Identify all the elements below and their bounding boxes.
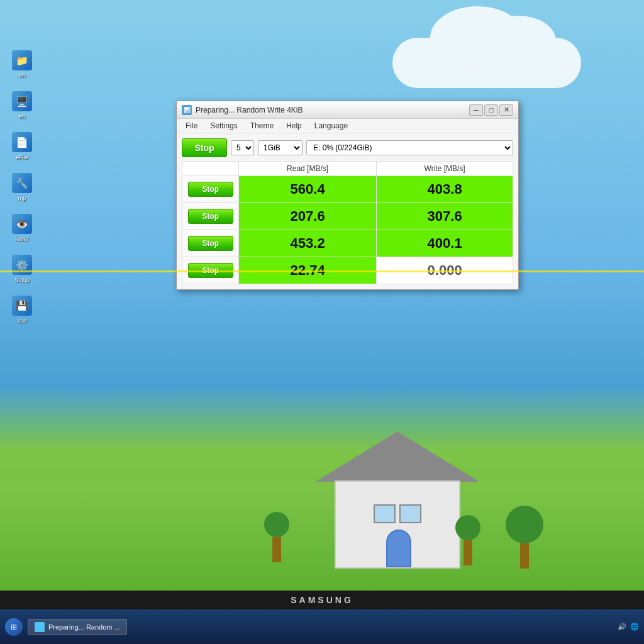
house-roof [316, 431, 479, 482]
desktop-icon-img-7: 💾 [12, 296, 32, 316]
menu-file[interactable]: File [180, 120, 203, 131]
start-icon: ⊞ [11, 623, 17, 631]
tree-top [264, 512, 289, 537]
stop-main-button[interactable]: Stop [182, 138, 227, 157]
taskbar: ⊞ Preparing... Random ... 🔊 🌐 [0, 609, 644, 644]
stop-cell-2: Stop [182, 203, 239, 230]
table-row: Stop 22.74 0.000 [182, 257, 513, 284]
taskbar-tray: 🔊 🌐 [618, 623, 639, 631]
write-value-1: 403.8 [377, 176, 513, 203]
menu-theme[interactable]: Theme [245, 120, 279, 131]
read-value-3: 453.2 [239, 230, 377, 257]
title-bar[interactable]: 📊 Preparing... Random Write 4KiB ─ □ ✕ [177, 101, 518, 119]
stop-button-4[interactable]: Stop [188, 263, 233, 278]
menu-language[interactable]: Language [309, 120, 353, 131]
desktop-icon-7[interactable]: 💾 isM [3, 296, 41, 324]
window-controls: ─ □ ✕ [469, 104, 513, 116]
stop-cell-4: Stop [182, 257, 239, 284]
tree-middle [455, 515, 480, 565]
window-title: Preparing... Random Write 4KiB [196, 106, 469, 114]
stop-cell-3: Stop [182, 230, 239, 257]
controls-row: Stop 5 3 1 1GiB 512MiB 256MiB E: 0% (0/2… [182, 138, 513, 157]
tree-top [455, 515, 480, 540]
stop-button-3[interactable]: Stop [188, 236, 233, 251]
desktop-icon-img-1: 📁 [12, 50, 32, 70]
desktop-icon-label-6: Setup [14, 277, 30, 283]
tree-trunk [464, 540, 472, 565]
menu-settings[interactable]: Settings [205, 120, 242, 131]
col-header-label [182, 162, 239, 176]
table-row: Stop 207.6 307.6 [182, 203, 513, 230]
desktop-icon-5[interactable]: 👁️ iewer [3, 214, 41, 242]
desktop-icon-img-4: 🔧 [12, 173, 32, 193]
desktop-icon-label-2: en [19, 113, 25, 119]
desktop-icon-6[interactable]: ⚙️ Setup [3, 255, 41, 283]
cloud-decoration [392, 38, 581, 88]
samsung-brand-text: SAMSUNG [291, 595, 353, 605]
tree-trunk [520, 543, 529, 569]
desktop-icons-sidebar: 📁 on 🖥️ en 📄 eFile 🔧 mp 👁️ iewer ⚙️ Setu… [3, 50, 41, 324]
tree-top [506, 506, 543, 543]
desktop-icon-img-3: 📄 [12, 132, 32, 152]
house-door [386, 530, 411, 567]
close-button[interactable]: ✕ [499, 104, 513, 116]
taskbar-item-cdm[interactable]: Preparing... Random ... [28, 619, 127, 635]
read-value-2: 207.6 [239, 203, 377, 230]
app-icon: 📊 [182, 105, 192, 115]
desktop-icon-4[interactable]: 🔧 mp [3, 173, 41, 201]
tree-trunk [272, 537, 281, 562]
start-button[interactable]: ⊞ [5, 618, 23, 636]
desktop-icon-label-4: mp [18, 195, 26, 201]
stop-cell-1: Stop [182, 176, 239, 203]
desktop-icon-img-2: 🖥️ [12, 91, 32, 111]
cdm-content: Stop 5 3 1 1GiB 512MiB 256MiB E: 0% (0/2… [177, 133, 518, 289]
desktop-icon-label-3: eFile [16, 154, 28, 160]
col-header-write: Write [MB/s] [377, 162, 513, 176]
menu-help[interactable]: Help [281, 120, 307, 131]
desktop-icon-label-1: on [19, 72, 25, 79]
desktop-icon-label-5: iewer [15, 236, 29, 242]
desktop-icon-2[interactable]: 🖥️ en [3, 91, 41, 119]
tree-left [264, 512, 289, 562]
col-header-read: Read [MB/s] [239, 162, 377, 176]
write-value-4: 0.000 [377, 257, 513, 284]
minimize-button[interactable]: ─ [469, 104, 483, 116]
read-value-4: 22.74 [239, 257, 377, 284]
desktop-icon-label-7: isM [18, 318, 26, 324]
house-window-left [374, 504, 396, 523]
table-row: Stop 453.2 400.1 [182, 230, 513, 257]
size-select[interactable]: 1GiB 512MiB 256MiB [258, 140, 303, 155]
desktop-icon-img-5: 👁️ [12, 214, 32, 234]
count-select[interactable]: 5 3 1 [231, 140, 254, 155]
tree-right [506, 506, 543, 569]
samsung-brand-bar: SAMSUNG [0, 591, 644, 609]
table-row: Stop 560.4 403.8 [182, 176, 513, 203]
tray-network-icon[interactable]: 🌐 [630, 623, 639, 631]
write-value-3: 400.1 [377, 230, 513, 257]
desktop-icon-1[interactable]: 📁 on [3, 50, 41, 79]
stop-button-1[interactable]: Stop [188, 182, 233, 197]
stop-button-2[interactable]: Stop [188, 209, 233, 224]
tray-volume-icon[interactable]: 🔊 [618, 623, 626, 631]
drive-select[interactable]: E: 0% (0/224GiB) [306, 140, 513, 155]
house-window-right [399, 504, 421, 523]
desktop-icon-3[interactable]: 📄 eFile [3, 132, 41, 160]
restore-button[interactable]: □ [484, 104, 498, 116]
house-body [335, 480, 460, 569]
menu-bar: File Settings Theme Help Language [177, 119, 518, 133]
write-value-2: 307.6 [377, 203, 513, 230]
results-table: Read [MB/s] Write [MB/s] Stop 560.4 403.… [182, 161, 513, 284]
taskbar-item-icon [35, 622, 45, 632]
read-value-1: 560.4 [239, 176, 377, 203]
taskbar-item-label: Preparing... Random ... [48, 623, 120, 631]
desktop: 📁 on 🖥️ en 📄 eFile 🔧 mp 👁️ iewer ⚙️ Setu… [0, 0, 644, 644]
cdm-window: 📊 Preparing... Random Write 4KiB ─ □ ✕ F… [176, 101, 519, 290]
desktop-icon-img-6: ⚙️ [12, 255, 32, 275]
